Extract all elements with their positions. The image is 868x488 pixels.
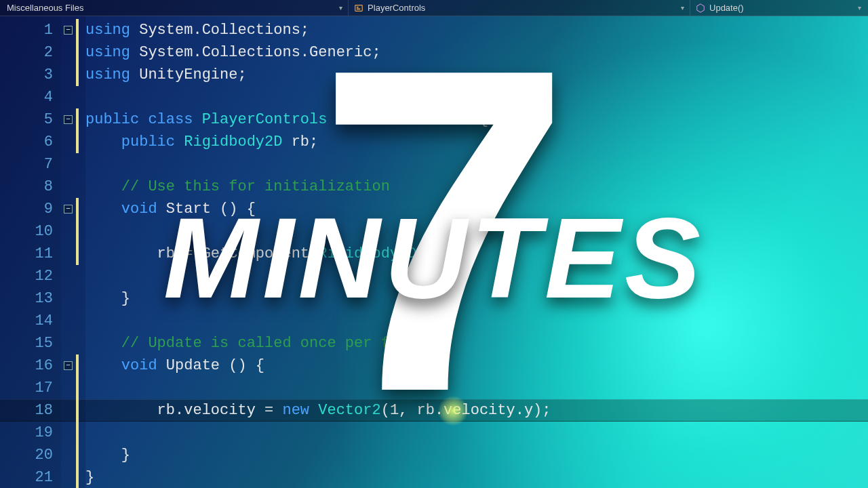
line-number: 6 (0, 131, 61, 153)
code-line[interactable] (85, 310, 868, 332)
line-number: 2 (0, 41, 61, 64)
fold-toggle[interactable]: − (64, 361, 73, 370)
nav-scope[interactable]: Miscellaneous Files ▾ (1, 0, 349, 16)
code-line[interactable]: // Update is called once per frame (85, 332, 868, 354)
line-number: 1 (0, 19, 61, 41)
code-line[interactable] (85, 422, 868, 444)
method-icon (696, 3, 705, 13)
code-line[interactable]: } (85, 444, 868, 466)
class-icon (354, 3, 363, 13)
svg-rect-2 (357, 8, 360, 9)
code-line[interactable]: void Update () { (85, 354, 868, 377)
code-line[interactable] (85, 265, 868, 287)
line-number: 7 (0, 153, 61, 176)
code-line[interactable]: using System.Collections; (85, 19, 868, 41)
line-number: 3 (0, 64, 61, 86)
code-line[interactable]: rb = GetComponent<Rigidbody2D>(); (85, 243, 868, 265)
nav-bar: Miscellaneous Files ▾ PlayerControls ▾ U… (0, 0, 868, 16)
code-line[interactable] (85, 220, 868, 243)
nav-scope-label: Miscellaneous Files (7, 3, 83, 13)
line-number: 4 (0, 86, 61, 108)
code-line[interactable]: } (85, 287, 868, 310)
line-number: 19 (0, 422, 61, 444)
fold-toggle[interactable]: − (64, 26, 73, 35)
code-line[interactable]: public class PlayerControls : MonoBehavi… (85, 108, 868, 131)
line-number: 5 (0, 108, 61, 131)
nav-member[interactable]: Update() ▾ (690, 0, 867, 16)
code-line[interactable]: using System.Collections.Generic; (85, 41, 868, 64)
modification-indicator (76, 354, 79, 488)
svg-rect-0 (355, 5, 363, 11)
line-number: 13 (0, 287, 61, 310)
modification-indicator (76, 198, 79, 265)
code-line[interactable]: rb.velocity = new Vector2(1, rb.velocity… (85, 399, 868, 422)
code-line[interactable]: } (85, 466, 868, 488)
line-number: 20 (0, 444, 61, 466)
line-number: 16 (0, 354, 61, 377)
code-line[interactable]: // Use this for initialization (85, 176, 868, 198)
nav-class-label: PlayerControls (368, 3, 425, 13)
fold-toggle[interactable]: − (64, 115, 73, 124)
fold-column: −−−− (61, 16, 85, 488)
line-number: 17 (0, 377, 61, 399)
code-line[interactable]: void Start () { (85, 198, 868, 220)
svg-rect-1 (357, 6, 359, 7)
code-line[interactable]: using UnityEngine; (85, 64, 868, 86)
modification-indicator (76, 108, 79, 153)
modification-indicator (76, 19, 79, 86)
line-number-gutter: 123456789101112131415161718192021 (0, 16, 61, 488)
line-number: 21 (0, 466, 61, 488)
code-line[interactable] (85, 153, 868, 176)
code-line[interactable]: public Rigidbody2D rb; (85, 131, 868, 153)
nav-member-label: Update() (709, 3, 744, 13)
line-number: 18 (0, 399, 61, 422)
fold-toggle[interactable]: − (64, 205, 73, 214)
code-area[interactable]: using System.Collections;using System.Co… (85, 16, 868, 488)
line-number: 9 (0, 198, 61, 220)
chevron-down-icon: ▾ (339, 4, 342, 12)
code-editor[interactable]: 123456789101112131415161718192021 −−−− u… (0, 16, 868, 488)
code-line[interactable] (85, 377, 868, 399)
line-number: 11 (0, 243, 61, 265)
line-number: 15 (0, 332, 61, 354)
line-number: 8 (0, 176, 61, 198)
line-number: 10 (0, 220, 61, 243)
nav-class[interactable]: PlayerControls ▾ (349, 0, 690, 16)
chevron-down-icon: ▾ (681, 4, 684, 12)
code-line[interactable] (85, 86, 868, 108)
chevron-down-icon: ▾ (858, 4, 861, 12)
line-number: 12 (0, 265, 61, 287)
line-number: 14 (0, 310, 61, 332)
